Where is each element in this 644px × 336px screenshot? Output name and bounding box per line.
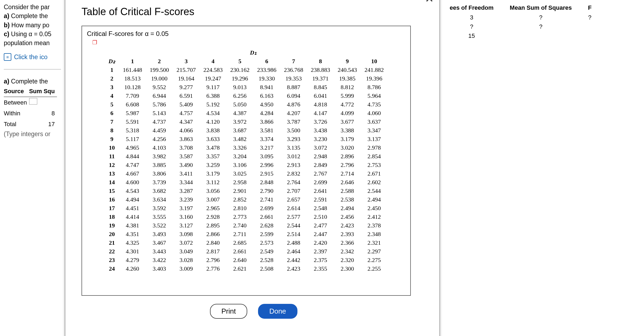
f-table-row: 114.8443.9823.5873.3573.2043.0953.0122.9… (105, 152, 388, 161)
right-header-df: ees of Freedom (442, 3, 502, 13)
f-table-modal: ✕ Table of Critical F-scores Critical F-… (65, 0, 440, 336)
f-table-row: 184.4143.5553.1602.9282.7732.6612.5772.5… (105, 213, 388, 221)
f-col-header: 9 (334, 57, 361, 66)
anova-header-sum: Sum Squ (29, 86, 57, 97)
right-anova-table: ees of Freedom Mean Sum of Squares F 3??… (442, 3, 600, 41)
modal-title: Table of Critical F-scores (82, 6, 426, 18)
right-anova-row: ?? (442, 22, 600, 31)
f-table-card: Critical F-scores for α = 0.05 ❐ D₁ D₂12… (82, 26, 411, 296)
f-col-header: 10 (361, 57, 388, 66)
question-part-c: c) Using α = 0.05 (4, 30, 61, 39)
f-table-row: 124.7473.8853.4903.2593.1062.9962.9132.8… (105, 161, 388, 169)
question-tail: population mean (4, 39, 61, 48)
f-col-header: 8 (307, 57, 334, 66)
f-table-row: 224.3013.4433.0492.8172.6612.5492.4642.3… (105, 247, 388, 256)
f-table-row: 1161.448199.500215.707224.583230.162233.… (105, 66, 388, 74)
question-part-a: a) Complete the (4, 12, 61, 21)
f-col-header: 6 (253, 57, 280, 66)
f-table-row: 204.3513.4933.0982.8662.7112.5992.5142.4… (105, 230, 388, 238)
anova-row-between: Between (4, 97, 57, 108)
f-table-row: 310.1289.5529.2779.1179.0138.9418.8878.8… (105, 83, 388, 92)
f-table-row: 244.2603.4033.0092.7762.6212.5082.4232.3… (105, 264, 388, 273)
divider (4, 69, 61, 69)
done-button[interactable]: Done (258, 304, 297, 319)
click-icon-link[interactable]: ≡ Click the ico (4, 53, 61, 62)
anova-input-between[interactable] (29, 98, 37, 105)
d2-label: D₂ (105, 57, 119, 66)
click-icon-label: Click the ico (14, 53, 48, 62)
f-table-row: 56.6085.7865.4095.1925.0504.9504.8764.81… (105, 100, 388, 109)
right-header-f: F (580, 3, 599, 13)
f-table-row: 134.6673.8063.4113.1793.0252.9152.8322.7… (105, 169, 388, 178)
f-col-header: 5 (226, 57, 253, 66)
f-table-row: 218.51319.00019.16419.24719.29619.33019.… (105, 74, 388, 83)
question-part-b: b) How many po (4, 21, 61, 30)
f-table-row: 75.5914.7374.3474.1203.9723.8663.7873.72… (105, 117, 388, 126)
f-col-header: 4 (199, 57, 226, 66)
d1-label: D₁ (119, 48, 388, 57)
close-icon[interactable]: ✕ (425, 0, 434, 5)
f-col-header: 3 (173, 57, 200, 66)
f-table-row: 214.3253.4673.0722.8402.6852.5732.4882.4… (105, 238, 388, 247)
f-table-row: 47.7096.9446.5916.3886.2566.1636.0946.04… (105, 92, 388, 100)
type-note: (Type integers or (4, 130, 61, 139)
f-table-row: 104.9654.1033.7083.4783.3263.2173.1353.0… (105, 143, 388, 152)
anova-row-within: Within 8 (4, 108, 57, 119)
anova-table: Source Sum Squ Between Within 8 Total 17 (4, 86, 57, 130)
question-intro: Consider the par (4, 3, 61, 12)
f-table-row: 144.6003.7393.3443.1122.9582.8482.7642.6… (105, 178, 388, 187)
f-table-row: 85.3184.4594.0663.8383.6873.5813.5003.43… (105, 126, 388, 135)
f-col-header: 7 (280, 57, 307, 66)
f-table-row: 65.9875.1434.7574.5344.3874.2844.2074.14… (105, 109, 388, 117)
f-table-row: 164.4943.6343.2393.0072.8522.7412.6572.5… (105, 195, 388, 204)
question-panel: Consider the par a) Complete the b) How … (0, 0, 65, 141)
f-table-row: 174.4513.5923.1972.9652.8102.6992.6142.5… (105, 204, 388, 213)
anova-row-total: Total 17 (4, 119, 57, 130)
f-table-row: 194.3813.5223.1272.8952.7402.6282.5442.4… (105, 221, 388, 230)
right-anova-row: 3?? (442, 13, 600, 22)
right-anova-panel: ees of Freedom Mean Sum of Squares F 3??… (439, 0, 644, 41)
table-icon: ≡ (4, 53, 11, 61)
right-anova-row: 15 (442, 31, 600, 41)
f-table-row: 95.1174.2563.8633.6333.4823.3743.2933.23… (105, 135, 388, 143)
f-table-row: 154.5433.6823.2873.0562.9012.7902.7072.6… (105, 187, 388, 195)
part-a-repeat: a) Complete the (4, 77, 61, 86)
modal-buttons: Print Done (82, 304, 426, 319)
f-table-caption: Critical F-scores for α = 0.05 (87, 30, 405, 38)
anova-header-source: Source (4, 86, 29, 97)
f-score-table: D₁ D₂12345678910 1161.448199.500215.7072… (105, 48, 388, 273)
f-col-header: 1 (119, 57, 146, 66)
f-table-row: 234.2793.4223.0282.7962.6402.5282.4422.3… (105, 256, 388, 264)
popout-icon[interactable]: ❐ (92, 39, 405, 46)
right-header-ms: Mean Sum of Squares (502, 3, 580, 13)
f-col-header: 2 (146, 57, 173, 66)
print-button[interactable]: Print (210, 304, 247, 319)
